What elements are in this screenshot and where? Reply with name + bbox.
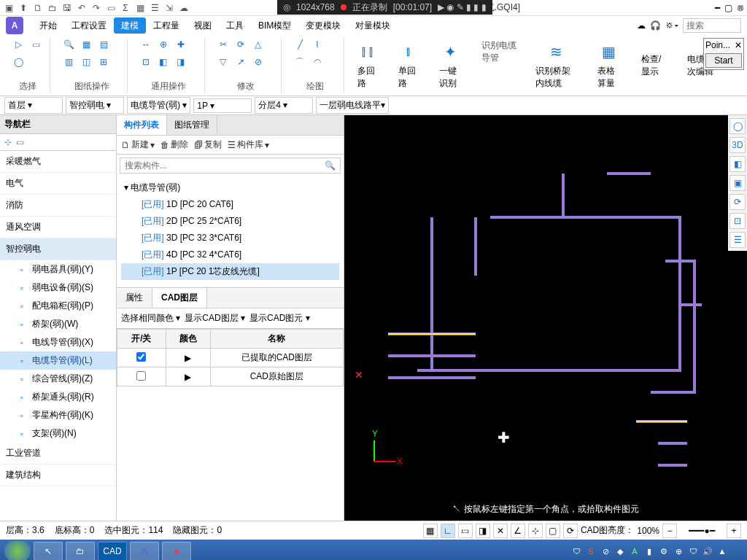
layer-select[interactable]: 分层4 ▾ — [255, 97, 313, 114]
nav-sub[interactable]: ▫零星构件(弱)(K) — [0, 406, 116, 424]
search-icon[interactable]: 🔍 — [325, 160, 336, 171]
zoom-in-icon[interactable]: + — [727, 524, 741, 538]
same-color-button[interactable]: 选择相同颜色 ▾ — [121, 312, 180, 324]
maximize-icon[interactable]: ▢ — [724, 3, 732, 13]
copy-button[interactable]: 🗐 复制 — [194, 139, 222, 151]
menu-建模[interactable]: 建模 — [114, 18, 146, 34]
refresh-icon[interactable]: ⟳ — [563, 524, 578, 538]
nav-cat[interactable]: 电气 — [0, 173, 116, 195]
view3d-icon[interactable]: 3D — [729, 137, 746, 153]
menu-工具[interactable]: 工具 — [219, 18, 251, 34]
square-icon[interactable]: ▢ — [546, 524, 560, 538]
qat-open-icon[interactable]: ▣ — [3, 2, 15, 14]
nav-sub[interactable]: ▫电缆导管(弱)(L) — [0, 351, 116, 370]
auto-detect-button[interactable]: ✦一键识别 — [432, 38, 470, 93]
qat-save-icon[interactable]: 🖫 — [61, 2, 73, 14]
component-item[interactable]: [已用] 3D [PC 32 3*CAT6] — [121, 230, 339, 246]
task-pointer[interactable]: ↖ — [34, 542, 63, 560]
type-select[interactable]: 电缆导管(弱) ▾ — [127, 97, 190, 114]
expand-icon[interactable]: ⊹ — [4, 137, 12, 147]
qat-cloud-icon[interactable]: ☁ — [178, 2, 190, 14]
select-rect-icon[interactable]: ▭ — [29, 38, 42, 51]
delete-button[interactable]: 🗑 删除 — [160, 139, 188, 151]
pointer-icon[interactable]: ▷ — [12, 38, 25, 51]
component-item[interactable]: [已用] 4D [PC 32 4*CAT6] — [121, 246, 339, 263]
drawing-viewport[interactable]: ✕ ✚ Y X ◯ 3D ◧ ▣ ⟳ ⊡ ☰ ↖ 按鼠标左键指定第一个角点，或拾… — [344, 115, 747, 521]
pin-icon[interactable]: ⊗ — [737, 3, 744, 13]
menu-工程设置[interactable]: 工程设置 — [64, 18, 114, 34]
nav-cat[interactable]: 工业管道 — [0, 443, 116, 464]
nav-cat[interactable]: 通风空调 — [0, 217, 116, 238]
menu-BIM模型[interactable]: BIM模型 — [251, 18, 298, 34]
qat-redo-icon[interactable]: ↷ — [90, 2, 102, 14]
snap-icon[interactable]: ▦ — [423, 524, 438, 538]
prop-tab[interactable]: 属性 — [117, 288, 152, 308]
3d-icon[interactable]: ◨ — [476, 524, 490, 538]
plan-select[interactable]: 一层弱电线路平▾ — [316, 97, 389, 114]
headset-icon[interactable]: 🎧 — [650, 20, 661, 31]
ribbon-group-general[interactable]: 通用操作 — [151, 79, 186, 93]
nav-sub[interactable]: ▫桥架(弱)(W) — [0, 315, 116, 333]
collapse-icon[interactable]: ▭ — [16, 137, 24, 147]
qat-table-icon[interactable]: ☰ — [149, 2, 160, 14]
nav-sub[interactable]: ▫桥架通头(弱)(R) — [0, 388, 116, 406]
nav-cat[interactable]: 智控弱电 — [0, 238, 116, 260]
table-row[interactable]: ▶已提取的CAD图层 — [117, 349, 344, 368]
find-icon[interactable]: 🔍 — [62, 38, 75, 51]
single-loop-button[interactable]: ⫾单回路 — [391, 38, 426, 93]
nav-sub[interactable]: ▫配电箱柜(弱)(P) — [0, 297, 116, 315]
ribbon-group-draw[interactable]: 绘图 — [306, 79, 324, 93]
pointer-float-panel[interactable]: Poin...✕ Start — [703, 38, 744, 70]
ribbon-group-drawing[interactable]: 图纸操作 — [74, 79, 109, 93]
nav-cat[interactable]: 消防 — [0, 195, 116, 217]
menu-对量模块[interactable]: 对量模块 — [348, 18, 398, 34]
check-button[interactable]: 检查/显示 — [634, 38, 674, 93]
component-search[interactable]: 🔍 — [120, 158, 341, 174]
nav-sub[interactable]: ▫弱电器具(弱)(Y) — [0, 260, 116, 279]
qat-up-icon[interactable]: ⬆ — [18, 2, 29, 14]
show-entity-button[interactable]: 显示CAD图元 ▾ — [249, 312, 310, 324]
component-item[interactable]: [已用] 1P [PC 20 1芯皮线光缆] — [121, 263, 339, 280]
qat-grid-icon[interactable]: ▦ — [134, 2, 146, 14]
qat-new-icon[interactable]: 🗋 — [32, 2, 44, 14]
nav-sub[interactable]: ▫弱电设备(弱)(S) — [0, 279, 116, 297]
qat-sum-icon[interactable]: Σ — [120, 2, 131, 14]
global-search-input[interactable] — [683, 18, 741, 33]
library-button[interactable]: ☰ 构件库 ▾ — [228, 139, 269, 151]
rect-icon[interactable]: ▭ — [458, 524, 473, 538]
table-row[interactable]: ▶CAD原始图层 — [117, 368, 344, 386]
table-calc-button[interactable]: ▦表格算量 — [590, 38, 628, 93]
list-icon[interactable]: ☰ — [729, 232, 746, 248]
nav-sub[interactable]: ▫支架(弱)(N) — [0, 424, 116, 443]
cloud-icon[interactable]: ☁ — [637, 20, 646, 31]
component-item[interactable]: [已用] 2D [PC 25 2*CAT6] — [121, 213, 339, 230]
orbit-icon[interactable]: ◯ — [729, 118, 746, 134]
new-button[interactable]: 🗋 新建 ▾ — [121, 139, 155, 151]
menu-开始[interactable]: 开始 — [32, 18, 64, 34]
qat-folder-icon[interactable]: 🗀 — [47, 2, 58, 14]
qat-undo-icon[interactable]: ↶ — [76, 2, 88, 14]
rotate-icon[interactable]: ⟳ — [729, 194, 746, 210]
box-icon[interactable]: ▣ — [729, 175, 746, 191]
task-explorer[interactable]: 🗀 — [66, 542, 95, 560]
qat-region-icon[interactable]: ▭ — [105, 2, 117, 14]
float-close-icon[interactable]: ✕ — [735, 40, 742, 50]
zoom-out-icon[interactable]: − — [662, 524, 677, 538]
nav-cat[interactable]: 建筑结构 — [0, 464, 116, 486]
fit-icon[interactable]: ⊡ — [729, 213, 746, 229]
multi-loop-button[interactable]: ⫿⫿多回路 — [350, 38, 385, 93]
component-tab[interactable]: 图纸管理 — [167, 115, 217, 135]
ribbon-group-modify[interactable]: 修改 — [237, 79, 255, 93]
nav-cat[interactable]: 采暖燃气 — [0, 151, 116, 173]
cross-icon[interactable]: ✕ — [493, 524, 508, 538]
component-search-input[interactable] — [125, 160, 322, 171]
angle-icon[interactable]: ∠ — [511, 524, 525, 538]
line-icon[interactable]: ╱ — [293, 38, 306, 51]
start-button[interactable]: Start — [705, 53, 742, 68]
menu-工程量[interactable]: 工程量 — [146, 18, 187, 34]
plus-icon[interactable]: ⊹ — [528, 524, 543, 538]
task-cad[interactable]: CAD — [98, 542, 127, 560]
nav-sub[interactable]: ▫综合管线(弱)(Z) — [0, 370, 116, 388]
menu-变更模块[interactable]: 变更模块 — [298, 18, 348, 34]
ortho-icon[interactable]: ∟ — [441, 524, 455, 538]
